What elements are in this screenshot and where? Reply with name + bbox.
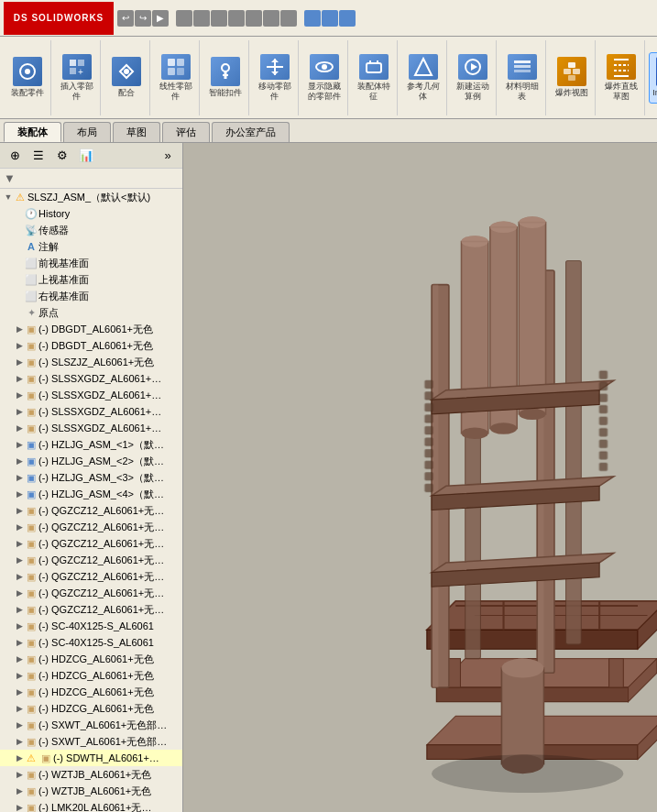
item-expand[interactable]: ▶ bbox=[15, 803, 24, 812]
tree-item-part8[interactable]: ▶ ▣ (-) QGZCZ12_AL6061+无… bbox=[0, 502, 182, 519]
tree-item-part6[interactable]: ▶ ▣ (-) SLSSXGDZ_AL6061+… bbox=[0, 403, 182, 420]
explodeline-button[interactable]: 爆炸直线草图 bbox=[599, 52, 643, 104]
instant3d-button[interactable]: 3D Instant3D bbox=[649, 52, 658, 104]
top-icon-3[interactable]: ▶ bbox=[152, 10, 169, 27]
tab-layout[interactable]: 布局 bbox=[63, 122, 111, 142]
top-icon-4[interactable] bbox=[176, 10, 192, 27]
move-button[interactable]: 移动零部件 bbox=[253, 52, 297, 104]
item-expand[interactable]: ▶ bbox=[15, 555, 24, 565]
tree-item-front-plane[interactable]: ⬜ 前视基准面 bbox=[0, 255, 182, 271]
tree-item-part25[interactable]: ▶ ▣ (-) WZTJB_AL6061+无色 bbox=[0, 783, 182, 799]
tree-item-part3[interactable]: ▶ ▣ (-) SLSZJZ_AL6061+无色 bbox=[0, 354, 182, 370]
refgeo-button[interactable]: 参考几何体 bbox=[401, 52, 445, 104]
item-expand[interactable]: ▶ bbox=[15, 671, 24, 680]
tree-item-part9[interactable]: ▶ ▣ (-) QGZCZ12_AL6061+无… bbox=[0, 519, 182, 535]
panel-icon-config[interactable]: ⚙ bbox=[51, 146, 73, 166]
asmfeature-button[interactable]: 装配体特征 bbox=[352, 52, 396, 104]
item-expand[interactable]: ▶ bbox=[15, 770, 24, 779]
tree-item-part16[interactable]: ▶ ▣ (-) SC-40X125-S_AL6061 bbox=[0, 634, 182, 651]
item-expand[interactable]: ▶ bbox=[15, 605, 24, 614]
item-expand[interactable]: ▶ bbox=[15, 489, 24, 499]
item-expand[interactable]: ▶ bbox=[15, 753, 24, 763]
tree-item-part14[interactable]: ▶ ▣ (-) QGZCZ12_AL6061+无… bbox=[0, 601, 182, 618]
showhide-button[interactable]: 显示隐藏的零部件 bbox=[302, 52, 346, 104]
tree-item-part2[interactable]: ▶ ▣ (-) DBGDT_AL6061+无色 bbox=[0, 337, 182, 354]
item-expand[interactable]: ▶ bbox=[15, 654, 24, 664]
tree-item-asm1[interactable]: ▶ ▣ (-) HZLJG_ASM_<1>（默… bbox=[0, 436, 182, 453]
tree-item-part18[interactable]: ▶ ▣ (-) HDZCG_AL6061+无色 bbox=[0, 667, 182, 684]
tree-item-top-plane[interactable]: ⬜ 上视基准面 bbox=[0, 271, 182, 288]
top-icon-10[interactable] bbox=[280, 10, 297, 27]
item-expand[interactable]: ▶ bbox=[15, 704, 24, 713]
item-expand[interactable]: ▶ bbox=[15, 407, 24, 416]
item-expand[interactable]: ▶ bbox=[15, 423, 24, 433]
panel-expand-icon[interactable]: » bbox=[157, 146, 179, 166]
tab-sketch[interactable]: 草图 bbox=[113, 122, 160, 142]
viewport[interactable] bbox=[183, 143, 657, 812]
item-expand[interactable]: ▶ bbox=[15, 357, 24, 367]
top-icon-9[interactable] bbox=[263, 10, 279, 27]
tree-item-history[interactable]: 🕐 History bbox=[0, 205, 182, 222]
insert-button[interactable]: + 插入零部件 bbox=[55, 52, 99, 104]
tree-item-part10[interactable]: ▶ ▣ (-) QGZCZ12_AL6061+无… bbox=[0, 535, 182, 552]
tree-item-annotation[interactable]: A 注解 bbox=[0, 238, 182, 255]
tree-item-part24[interactable]: ▶ ▣ (-) WZTJB_AL6061+无色 bbox=[0, 766, 182, 783]
assemble-button[interactable]: 装配零件 bbox=[5, 52, 49, 104]
top-icon-13[interactable] bbox=[339, 10, 356, 27]
mate-button[interactable]: 配合 bbox=[104, 52, 148, 104]
tree-item-part21[interactable]: ▶ ▣ (-) SXWT_AL6061+无色部… bbox=[0, 717, 182, 733]
lineparts-button[interactable]: 线性零部件 bbox=[154, 52, 198, 104]
top-icon-6[interactable] bbox=[211, 10, 227, 27]
tree-item-part19[interactable]: ▶ ▣ (-) HDZCG_AL6061+无色 bbox=[0, 684, 182, 700]
item-expand[interactable]: ▶ bbox=[15, 621, 24, 631]
tree-item-asm3[interactable]: ▶ ▣ (-) HZLJG_ASM_<3>（默… bbox=[0, 469, 182, 486]
tab-assembly[interactable]: 装配体 bbox=[4, 122, 61, 142]
item-expand[interactable]: ▶ bbox=[15, 539, 24, 548]
panel-icon-display[interactable]: 📊 bbox=[75, 146, 97, 166]
tree-item-part7[interactable]: ▶ ▣ (-) SLSSXGDZ_AL6061+… bbox=[0, 420, 182, 436]
top-icon-8[interactable] bbox=[246, 10, 262, 27]
item-expand[interactable]: ▶ bbox=[15, 341, 24, 350]
item-expand[interactable]: ▶ bbox=[15, 456, 24, 466]
smart-button[interactable]: 智能扣件 bbox=[203, 52, 247, 104]
explodeview-button[interactable]: 爆炸视图 bbox=[550, 52, 594, 104]
item-expand[interactable]: ▶ bbox=[15, 522, 24, 532]
tree-item-origin[interactable]: ✦ 原点 bbox=[0, 304, 182, 321]
top-icon-12[interactable] bbox=[322, 10, 338, 27]
top-icon-1[interactable]: ↩ bbox=[117, 10, 134, 27]
item-expand[interactable]: ▶ bbox=[15, 572, 24, 581]
tab-office[interactable]: 办公室产品 bbox=[212, 122, 290, 142]
tree-item-part26[interactable]: ▶ ▣ (-) LMK20L AL6061+无… bbox=[0, 799, 182, 812]
panel-icon-properties[interactable]: ☰ bbox=[27, 146, 49, 166]
tree-item-part1[interactable]: ▶ ▣ (-) DBGDT_AL6061+无色 bbox=[0, 321, 182, 337]
item-expand[interactable]: ▶ bbox=[15, 506, 24, 515]
tree-item-asm4[interactable]: ▶ ▣ (-) HZLJG_ASM_<4>（默… bbox=[0, 486, 182, 502]
item-expand[interactable]: ▶ bbox=[15, 786, 24, 796]
top-icon-2[interactable]: ↪ bbox=[135, 10, 151, 27]
tree-item-part13[interactable]: ▶ ▣ (-) QGZCZ12_AL6061+无… bbox=[0, 585, 182, 601]
top-icon-5[interactable] bbox=[193, 10, 210, 27]
item-expand[interactable]: ▶ bbox=[15, 687, 24, 697]
motion-button[interactable]: 新建运动算例 bbox=[451, 52, 495, 104]
item-expand[interactable]: ▶ bbox=[15, 374, 24, 383]
item-expand[interactable]: ▶ bbox=[15, 473, 24, 482]
tree-item-sensor[interactable]: 📡 传感器 bbox=[0, 222, 182, 238]
item-expand[interactable]: ▶ bbox=[15, 737, 24, 746]
tree-item-part23[interactable]: ▶ ⚠ ▣ (-) SDWTH_AL6061+… bbox=[0, 750, 182, 766]
top-icon-11[interactable] bbox=[304, 10, 321, 27]
panel-icon-featuretree[interactable]: ⊕ bbox=[4, 146, 26, 166]
tree-item-asm2[interactable]: ▶ ▣ (-) HZLJG_ASM_<2>（默… bbox=[0, 453, 182, 469]
tree-item-right-plane[interactable]: ⬜ 右视基准面 bbox=[0, 288, 182, 304]
material-button[interactable]: 材料明细表 bbox=[500, 52, 544, 104]
tree-item-part22[interactable]: ▶ ▣ (-) SXWT_AL6061+无色部… bbox=[0, 733, 182, 750]
tree-root-expand[interactable]: ▼ bbox=[4, 192, 13, 202]
item-expand[interactable]: ▶ bbox=[15, 720, 24, 730]
tree-item-part15[interactable]: ▶ ▣ (-) SC-40X125-S_AL6061 bbox=[0, 618, 182, 634]
tree-item-part11[interactable]: ▶ ▣ (-) QGZCZ12_AL6061+无… bbox=[0, 552, 182, 568]
item-expand[interactable]: ▶ bbox=[15, 440, 24, 449]
item-expand[interactable]: ▶ bbox=[15, 324, 24, 334]
item-expand[interactable]: ▶ bbox=[15, 390, 24, 400]
tree-item-part4[interactable]: ▶ ▣ (-) SLSSXGDZ_AL6061+… bbox=[0, 370, 182, 387]
top-icon-7[interactable] bbox=[228, 10, 245, 27]
item-expand[interactable]: ▶ bbox=[15, 588, 24, 598]
